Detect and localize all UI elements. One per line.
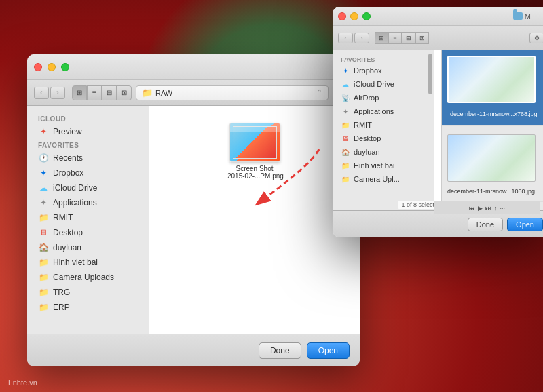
- watermark: Tinhte.vn: [7, 378, 37, 387]
- finder-bg-body: iCloud ✦ Preview Favorites 🕐 Recents ✦ D…: [27, 106, 360, 334]
- share-icon[interactable]: ↑: [494, 205, 498, 212]
- fg-rmit-icon: 📁: [341, 120, 350, 130]
- folder-icon: [513, 12, 523, 20]
- fg-maximize-button[interactable]: [362, 12, 371, 20]
- preview-icon: ✦: [38, 126, 49, 137]
- hinh-folder-icon: 📁: [38, 257, 49, 268]
- icon-view-button[interactable]: ⊞: [72, 85, 87, 100]
- fg-rmit-label: RMIT: [354, 121, 372, 129]
- close-button[interactable]: [34, 63, 42, 71]
- sidebar-item-desktop[interactable]: 🖥 Desktop: [27, 225, 149, 240]
- maximize-button[interactable]: [61, 63, 69, 71]
- applications-icon: ✦: [38, 197, 49, 208]
- fg-sidebar-rmit[interactable]: 📁 RMIT: [333, 118, 434, 132]
- fg-action-button[interactable]: ⚙: [529, 33, 543, 43]
- cover-view-button[interactable]: ⊠: [117, 85, 132, 100]
- sidebar-item-preview[interactable]: ✦ Preview: [27, 124, 149, 139]
- fg-airdrop-icon: 📡: [341, 93, 350, 102]
- fg-airdrop-label: AirDrop: [354, 94, 379, 102]
- fg-column-view[interactable]: ⊟: [402, 32, 415, 44]
- fg-folder-name: M: [513, 12, 531, 20]
- dropbox-icon: ✦: [38, 168, 49, 178]
- sidebar-dropbox-label: Dropbox: [53, 168, 83, 178]
- fg-sidebar-duyluan[interactable]: 🏠 duyluan: [333, 145, 434, 159]
- sidebar-rmit-label: RMIT: [53, 213, 73, 222]
- fg-sidebar-scrollbar[interactable]: [428, 54, 432, 207]
- fg-sidebar-applications[interactable]: ✦ Applications: [333, 104, 434, 118]
- trg-folder-icon: 📁: [38, 287, 49, 298]
- play-prev-icon[interactable]: ⏮: [469, 205, 475, 212]
- sidebar-item-hinh-viet-bai[interactable]: 📁 Hinh viet bai: [27, 255, 149, 270]
- fg-folder-label: M: [525, 12, 531, 20]
- icloud-drive-icon: ☁: [38, 182, 49, 193]
- open-button[interactable]: Open: [307, 342, 350, 359]
- sidebar-item-recents[interactable]: 🕐 Recents: [27, 151, 149, 165]
- minimize-button[interactable]: [48, 63, 56, 71]
- fg-sidebar-camera[interactable]: 📁 Camera Upl...: [333, 172, 434, 186]
- column-view-button[interactable]: ⊟: [102, 85, 117, 100]
- sidebar-item-trg[interactable]: 📁 TRG: [27, 285, 149, 300]
- thumbnail-name-0: december-11-mrsnow...x768.jpg: [450, 111, 538, 117]
- thumbnail-image-0: [447, 56, 536, 103]
- fg-done-button[interactable]: Done: [468, 218, 503, 231]
- fg-sidebar-desktop[interactable]: 🖥 Desktop: [333, 132, 434, 145]
- rmit-folder-icon: 📁: [38, 212, 49, 223]
- fg-cover-view[interactable]: ⊠: [415, 32, 429, 44]
- erp-folder-icon: 📁: [38, 302, 49, 313]
- fg-camera-icon: 📁: [341, 174, 350, 184]
- desktop-icon: 🖥: [38, 227, 49, 238]
- fg-camera-label: Camera Upl...: [354, 175, 400, 183]
- fg-dropbox-label: Dropbox: [354, 66, 382, 75]
- sidebar-hinh-label: Hinh viet bai: [53, 258, 98, 267]
- file-thumbnail: [229, 123, 280, 162]
- thumbnail-item-1[interactable]: december-11-mrsnow...1080.jpg: [442, 129, 543, 202]
- sidebar-item-duyluan[interactable]: 🏠 duyluan: [27, 240, 149, 255]
- fg-list-view[interactable]: ≡: [388, 32, 402, 44]
- location-bar: 📁 RAW ⌃: [136, 85, 329, 100]
- done-button[interactable]: Done: [259, 342, 301, 359]
- sidebar-item-dropbox[interactable]: ✦ Dropbox: [27, 165, 149, 180]
- favorites-section-label: Favorites: [27, 139, 149, 151]
- icloud-section-label: iCloud: [27, 113, 149, 124]
- fg-open-button[interactable]: Open: [507, 218, 543, 231]
- sidebar-item-camera-uploads[interactable]: 📁 Camera Uploads: [27, 270, 149, 285]
- fg-icon-view[interactable]: ⊞: [375, 32, 388, 44]
- fg-favorites-label: Favorites: [333, 54, 434, 64]
- fg-sidebar-airdrop[interactable]: 📡 AirDrop: [333, 91, 434, 104]
- fg-hinh-label: Hinh viet bai: [354, 161, 395, 170]
- sidebar-applications-label: Applications: [53, 198, 97, 208]
- sidebar-duyluan-label: duyluan: [53, 243, 81, 252]
- finder-bg-footer: Done Open: [27, 334, 360, 366]
- more-icon[interactable]: ···: [500, 205, 505, 212]
- sidebar-item-applications[interactable]: ✦ Applications: [27, 195, 149, 210]
- fg-sidebar-icloud[interactable]: ☁ iCloud Drive: [333, 77, 434, 91]
- file-name-label: Screen Shot2015-02-...PM.png: [227, 165, 282, 180]
- fg-desktop-label: Desktop: [354, 134, 381, 142]
- forward-button[interactable]: ›: [50, 87, 65, 99]
- current-folder-label: RAW: [155, 89, 172, 97]
- sidebar-item-icloud-drive[interactable]: ☁ iCloud Drive: [27, 180, 149, 195]
- fg-back-button[interactable]: ‹: [338, 33, 353, 43]
- thumbnail-item-0[interactable]: december-11-mrsnow...x768.jpg: [442, 50, 543, 126]
- finder-fg-titlebar: M: [333, 7, 543, 26]
- media-controls: ⏮ ▶ ⏭ ↑ ···: [434, 201, 540, 214]
- fg-icloud-icon: ☁: [341, 79, 350, 89]
- finder-fg-sidebar: Favorites ✦ Dropbox ☁ iCloud Drive 📡 Air…: [333, 50, 434, 210]
- fg-dropbox-icon: ✦: [341, 66, 350, 75]
- fg-forward-button[interactable]: ›: [354, 33, 369, 43]
- fg-duyluan-label: duyluan: [354, 148, 380, 156]
- status-text: 1 of 8 select: [401, 201, 434, 208]
- play-icon[interactable]: ▶: [478, 205, 483, 212]
- list-view-button[interactable]: ≡: [87, 85, 102, 100]
- fg-sidebar-hinh[interactable]: 📁 Hinh viet bai: [333, 159, 434, 172]
- finder-fg-toolbar: ‹ › ⊞ ≡ ⊟ ⊠ ⚙: [333, 26, 543, 50]
- file-item-screenshot[interactable]: Screen Shot2015-02-...PM.png: [160, 123, 350, 180]
- fg-icloud-label: iCloud Drive: [354, 80, 394, 88]
- back-button[interactable]: ‹: [34, 87, 49, 99]
- sidebar-item-erp[interactable]: 📁 ERP: [27, 300, 149, 315]
- fg-sidebar-dropbox[interactable]: ✦ Dropbox: [333, 64, 434, 77]
- sidebar-item-rmit[interactable]: 📁 RMIT: [27, 210, 149, 225]
- play-next-icon[interactable]: ⏭: [485, 205, 491, 212]
- fg-minimize-button[interactable]: [350, 12, 358, 20]
- fg-close-button[interactable]: [338, 12, 346, 20]
